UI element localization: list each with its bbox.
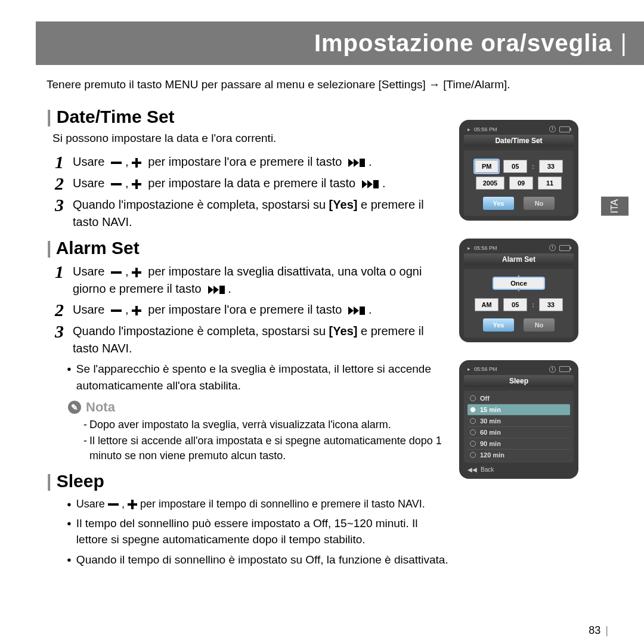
plus-icon bbox=[132, 158, 141, 168]
clock-icon bbox=[549, 366, 556, 373]
year-cell: 2005 bbox=[476, 177, 504, 190]
battery-icon bbox=[559, 245, 570, 251]
heading-datetime: Date/Time Set bbox=[47, 107, 448, 127]
sleep-item: Off bbox=[467, 393, 570, 404]
no-button: No bbox=[524, 318, 555, 332]
sleep-item: 60 min bbox=[467, 427, 570, 438]
rewind-icon: ◀◀ bbox=[467, 466, 477, 473]
clock-icon bbox=[549, 126, 556, 132]
yes-button: Yes bbox=[483, 197, 514, 210]
hour-cell: 05 bbox=[503, 298, 527, 311]
nota-icon: ✎ bbox=[68, 401, 81, 414]
minus-icon bbox=[111, 271, 122, 274]
back-label: Back bbox=[481, 466, 494, 473]
alarm-step-3: 3 Quando l'impostazione è completa, spos… bbox=[55, 323, 448, 357]
intro-text: Tenere premuto il tasto MENU per passare… bbox=[47, 78, 644, 91]
no-button: No bbox=[524, 197, 555, 210]
day-cell: 11 bbox=[538, 177, 562, 190]
device-screenshot-sleep: ▸05:56 PM Sleep Off 15 min 30 min 60 min… bbox=[459, 360, 578, 479]
heading-sleep: Sleep bbox=[47, 471, 448, 491]
datetime-sub: Si possono impostare la data e l'ora cor… bbox=[52, 132, 448, 145]
minus-icon bbox=[108, 503, 119, 506]
minute-cell: 33 bbox=[539, 298, 563, 311]
minus-icon bbox=[111, 183, 122, 185]
nota-item-2: Il lettore si accende all'ora impostata … bbox=[83, 434, 448, 463]
language-tab: ITA bbox=[601, 197, 628, 216]
datetime-step-1: 1 Usare , per impostare l'ora e premere … bbox=[55, 153, 448, 171]
device-screenshot-alarm: ▸05:56 PM Alarm Set ▲ Once ▼ AM 05 : 33 bbox=[459, 239, 578, 342]
page-banner: Impostazione ora/sveglia| bbox=[36, 21, 644, 65]
ampm-cell: AM bbox=[475, 298, 499, 311]
battery-icon bbox=[559, 366, 570, 372]
page-number: 83 | bbox=[589, 624, 608, 637]
sleep-item: 15 min bbox=[467, 404, 570, 416]
fastforward-icon bbox=[348, 159, 365, 167]
battery-icon bbox=[559, 126, 570, 132]
banner-title: Impostazione ora/sveglia bbox=[314, 30, 612, 56]
sleep-item: 120 min bbox=[467, 450, 570, 460]
hour-cell: 05 bbox=[503, 160, 527, 173]
clock-icon bbox=[549, 244, 556, 251]
datetime-step-2: 2 Usare , per impostare la data e premer… bbox=[55, 175, 448, 193]
nota-item-1: Dopo aver impostato la sveglia, verrà vi… bbox=[83, 417, 448, 432]
plus-icon bbox=[132, 268, 141, 277]
heading-alarm: Alarm Set bbox=[47, 238, 448, 258]
device-title: Alarm Set bbox=[464, 253, 574, 265]
alarm-step-2: 2 Usare , per impostare l'ora e premere … bbox=[55, 301, 448, 319]
minute-cell: 33 bbox=[539, 160, 563, 173]
fastforward-icon bbox=[208, 286, 225, 294]
ampm-cell: PM bbox=[475, 160, 499, 173]
fastforward-icon bbox=[348, 306, 365, 315]
device-title: Sleep bbox=[464, 375, 574, 387]
plus-icon bbox=[132, 179, 141, 189]
minus-icon bbox=[111, 309, 122, 312]
sleep-bullet-2: Il tempo del sonnellino può essere impos… bbox=[67, 515, 448, 548]
minus-icon bbox=[111, 162, 122, 164]
sleep-item: 90 min bbox=[467, 438, 570, 450]
device-title: Date/Time Set bbox=[464, 135, 574, 147]
nota-header: ✎ Nota bbox=[68, 400, 448, 415]
month-cell: 09 bbox=[509, 177, 533, 190]
fastforward-icon bbox=[362, 180, 379, 188]
device-screenshot-datetime: ▸05:56 PM Date/Time Set PM 05 : 33 2005 … bbox=[459, 120, 578, 221]
alarm-bullet: Se l'apparecchio è spento e la sveglia è… bbox=[67, 361, 448, 394]
sleep-bullet-1: Usare , per impostare il tempo di sonnel… bbox=[67, 496, 448, 512]
alarm-step-1: 1 Usare , per impostare la sveglia disat… bbox=[55, 263, 448, 298]
sleep-bullet-3: Quando il tempo di sonnellino è impostat… bbox=[67, 552, 448, 568]
plus-icon bbox=[128, 500, 137, 509]
yes-button: Yes bbox=[483, 318, 514, 332]
sleep-item: 30 min bbox=[467, 416, 570, 427]
plus-icon bbox=[132, 306, 141, 315]
datetime-step-3: 3 Quando l'impostazione è completa, spos… bbox=[55, 196, 448, 231]
